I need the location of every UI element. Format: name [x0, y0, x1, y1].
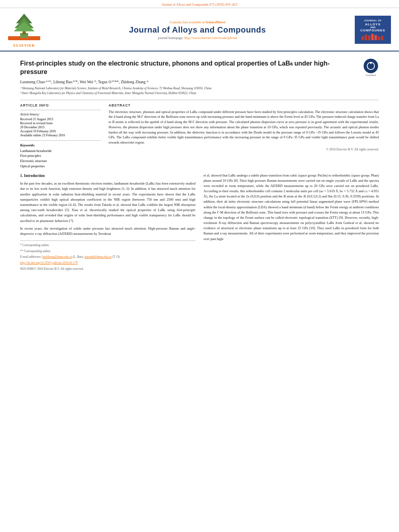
logo-alloys-text: ALLOYS [365, 23, 380, 26]
crossmark-badge[interactable]: CrossMark [363, 60, 379, 76]
elsevier-brand-text: ELSEVIER [13, 43, 35, 47]
keyword-3: Electronic structure [20, 158, 101, 164]
crossmark-icon [364, 59, 378, 73]
logo-chart-decoration [361, 33, 385, 40]
svg-rect-9 [371, 34, 374, 40]
article-info-heading: ARTICLE INFO [20, 103, 101, 107]
journal-logo-box: JOURNAL OF ALLOYS AND COMPOUNDS [355, 16, 391, 44]
article-info-abstract: ARTICLE INFO Article history: Received 2… [20, 103, 379, 169]
article-info-panel: ARTICLE INFO Article history: Received 2… [20, 103, 101, 169]
content-area: First-principles study on the electronic… [0, 51, 399, 169]
svg-rect-11 [378, 37, 380, 40]
sciencedirect-label[interactable]: ScienceDirect [206, 20, 225, 24]
authors-line: Luomeng Chao ᵃ⁺ᵇ, Lihong Bao ᵇ'*, Wei We… [20, 80, 379, 84]
paper-title: First-principles study on the electronic… [20, 60, 363, 76]
svg-rect-6 [362, 36, 364, 40]
main-content: 1. Introduction In the past few decades,… [0, 169, 399, 277]
keyword-2: First-principles [20, 153, 101, 158]
crossmark-label: CrossMark [366, 74, 376, 76]
keywords-label: Keywords: [20, 143, 101, 147]
corresponding-1: * Corresponding author. [20, 243, 195, 248]
copyright-line: © 2016 Elsevier B.V. All rights reserved… [109, 148, 379, 151]
journal-reference: Journal of Alloys and Compounds 672 (201… [162, 2, 237, 6]
svg-point-15 [370, 62, 372, 64]
issn-line: 0925-8388/© 2016 Elsevier B.V. All right… [20, 267, 195, 271]
available-date: Available online 23 February 2016 [20, 134, 101, 137]
logo-compounds-text: COMPOUNDS [360, 29, 385, 32]
svg-rect-12 [381, 36, 383, 40]
email-1[interactable]: baolihong@imnu.edu.cn [42, 255, 72, 259]
divider-3 [20, 140, 101, 141]
journal-header: ELSEVIER Contents lists available at Sci… [0, 8, 399, 51]
top-bar: Journal of Alloys and Compounds 672 (201… [0, 0, 399, 8]
affiliation-b: ᵇ Inner Mongolia Key Laboratory for Phys… [20, 91, 379, 96]
keyword-1: Lanthanum hexaboride [20, 148, 101, 154]
abstract-text: The electronic structure, phonons and op… [109, 109, 379, 145]
abstract-section: ABSTRACT The electronic structure, phono… [109, 103, 379, 169]
right-paragraph-1: et al. showed that LaB₆ undergo a subtle… [204, 173, 379, 242]
footnote-area: * Corresponding author. ** Corresponding… [20, 240, 195, 271]
keyword-4: Optical properties [20, 164, 101, 169]
science-direct-link: Contents lists available at ScienceDirec… [40, 20, 355, 24]
svg-rect-7 [365, 35, 367, 40]
affiliation-a: ᵃ Shenyang National Laboratory for Mater… [20, 86, 379, 91]
intro-paragraph-2: In recent years, the investigation of so… [20, 226, 195, 236]
journal-homepage: journal homepage: http://www.elsevier.co… [40, 36, 355, 40]
intro-paragraph-1: In the past few decades, as an excellent… [20, 181, 195, 223]
affiliations: ᵃ Shenyang National Laboratory for Mater… [20, 86, 379, 96]
paper-title-section: First-principles study on the electronic… [20, 60, 379, 76]
email-footnote: E-mail addresses: baolihong@imnu.edu.cn … [20, 255, 195, 259]
received-date: Received 21 August 2015 [20, 117, 101, 121]
logo-journal-label: JOURNAL OF [364, 19, 382, 22]
revised-date: 29 December 2015 [20, 125, 101, 129]
journal-header-center: Contents lists available at ScienceDirec… [40, 20, 355, 40]
introduction-title: 1. Introduction [20, 173, 195, 179]
email-2[interactable]: tegusph@imnu.edu.cn [84, 255, 111, 259]
history-label: Article history: [20, 113, 101, 116]
keywords-section: Keywords: Lanthanum hexaboride First-pri… [20, 140, 101, 169]
elsevier-logo: ELSEVIER [8, 12, 40, 47]
journal-title: Journal of Alloys and Compounds [40, 25, 355, 35]
accepted-date: Accepted 19 February 2016 [20, 129, 101, 133]
divider [20, 100, 379, 100]
divider-2 [20, 110, 101, 110]
right-column: et al. showed that LaB₆ undergo a subtle… [204, 173, 379, 273]
svg-rect-10 [374, 35, 377, 40]
elsevier-tree-icon [8, 12, 40, 43]
left-column: 1. Introduction In the past few decades,… [20, 173, 195, 273]
doi-link[interactable]: http://dx.doi.org/10.1016/j.jallcom.2016… [20, 261, 78, 265]
corresponding-2: ** Corresponding author. [20, 249, 195, 254]
homepage-url[interactable]: http://www.elsevier.com/locate/jalcom [184, 36, 237, 40]
svg-rect-8 [368, 35, 370, 40]
abstract-heading: ABSTRACT [109, 103, 379, 107]
revised-label: Received in revised form [20, 121, 101, 125]
